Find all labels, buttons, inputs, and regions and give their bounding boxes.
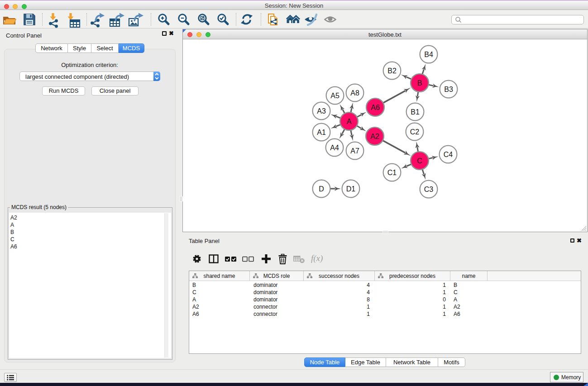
svg-text:C3: C3 <box>424 186 434 193</box>
svg-text:A4: A4 <box>330 144 339 152</box>
svg-text:A3: A3 <box>317 107 326 115</box>
svg-text:B2: B2 <box>387 67 397 75</box>
svg-text:C: C <box>417 157 422 165</box>
svg-text:A5: A5 <box>330 92 339 100</box>
svg-text:A8: A8 <box>350 89 359 97</box>
svg-text:C4: C4 <box>444 151 453 158</box>
svg-text:B1: B1 <box>411 108 420 116</box>
svg-text:A2: A2 <box>370 133 379 140</box>
svg-text:A7: A7 <box>350 147 359 155</box>
svg-text:D: D <box>319 185 324 193</box>
svg-text:A1: A1 <box>317 129 326 136</box>
svg-text:C1: C1 <box>387 169 397 176</box>
svg-text:A: A <box>347 118 352 125</box>
svg-text:C2: C2 <box>410 128 420 136</box>
svg-text:B3: B3 <box>444 86 453 93</box>
svg-text:A6: A6 <box>371 104 380 111</box>
svg-text:B4: B4 <box>424 51 433 58</box>
svg-text:B: B <box>417 79 422 87</box>
svg-text:D1: D1 <box>346 185 356 193</box>
